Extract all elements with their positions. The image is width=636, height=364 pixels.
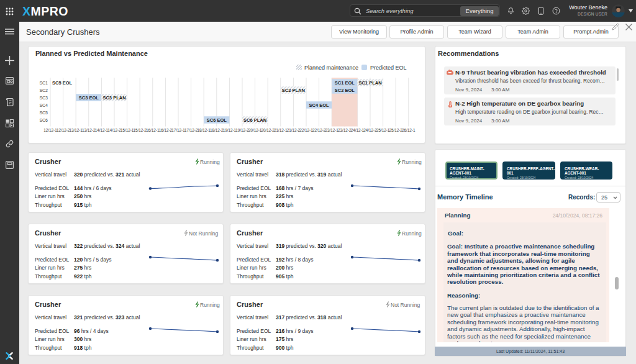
svg-text:25/12-2: 25/12-2 xyxy=(389,128,403,132)
svg-text:24/12-1: 24/12-1 xyxy=(351,128,365,132)
svg-text:SC2: SC2 xyxy=(39,88,48,93)
svg-text:25/12-1: 25/12-1 xyxy=(376,128,390,132)
svg-text:18/12-2: 18/12-2 xyxy=(210,128,224,132)
svg-text:23/12-2: 23/12-2 xyxy=(338,128,352,132)
svg-text:SC3: SC3 xyxy=(39,96,48,100)
svg-text:19/12-1: 19/12-1 xyxy=(223,128,237,132)
svg-text:14/12-1: 14/12-1 xyxy=(95,128,109,132)
svg-text:13/12-2: 13/12-2 xyxy=(82,128,96,132)
svg-text:17/12-2: 17/12-2 xyxy=(184,128,198,132)
svg-text:SC6 PLAN: SC6 PLAN xyxy=(243,117,266,123)
svg-text:15/12-2: 15/12-2 xyxy=(134,128,147,132)
svg-text:24/12-2: 24/12-2 xyxy=(363,128,377,132)
svg-text:SC2 EOL: SC2 EOL xyxy=(335,88,355,93)
svg-text:26/12-1: 26/12-1 xyxy=(402,128,416,132)
svg-text:22/12-2: 22/12-2 xyxy=(312,128,326,132)
svg-text:SC3 EOL: SC3 EOL xyxy=(79,95,99,101)
svg-text:13/12-1: 13/12-1 xyxy=(70,128,83,132)
svg-text:SC1: SC1 xyxy=(39,81,48,85)
svg-text:14/12-2: 14/12-2 xyxy=(107,128,121,132)
svg-text:SC5: SC5 xyxy=(39,111,48,115)
svg-text:17/12-1: 17/12-1 xyxy=(171,128,185,132)
svg-text:15/12-1: 15/12-1 xyxy=(120,128,134,132)
svg-text:SC3 PLAN: SC3 PLAN xyxy=(102,95,125,101)
svg-text:SC1 EOL: SC1 EOL xyxy=(335,80,355,86)
svg-text:SC4 EOL: SC4 EOL xyxy=(309,102,330,108)
svg-text:SC6: SC6 xyxy=(39,118,48,122)
svg-text:12/12-1: 12/12-1 xyxy=(43,128,57,132)
svg-text:21/12-2: 21/12-2 xyxy=(287,128,301,132)
svg-text:SC5 EOL: SC5 EOL xyxy=(52,80,73,86)
svg-text:16/12-2: 16/12-2 xyxy=(159,128,173,132)
svg-text:SC4: SC4 xyxy=(39,103,48,107)
svg-text:16/12-1: 16/12-1 xyxy=(146,128,160,132)
svg-text:20/12-1: 20/12-1 xyxy=(248,128,262,132)
svg-text:19/12-2: 19/12-2 xyxy=(235,128,249,132)
svg-text:SC1 PLAN: SC1 PLAN xyxy=(358,80,381,86)
svg-text:12/12-2: 12/12-2 xyxy=(57,128,70,132)
svg-text:20/12-2: 20/12-2 xyxy=(261,128,275,132)
svg-text:SC2 PLAN: SC2 PLAN xyxy=(282,88,305,93)
svg-text:22/12-1: 22/12-1 xyxy=(299,128,313,132)
svg-text:SC6 EOL: SC6 EOL xyxy=(207,117,227,123)
svg-text:23/12-1: 23/12-1 xyxy=(325,128,339,132)
svg-text:18/12-1: 18/12-1 xyxy=(198,128,211,132)
svg-text:21/12-1: 21/12-1 xyxy=(274,128,288,132)
